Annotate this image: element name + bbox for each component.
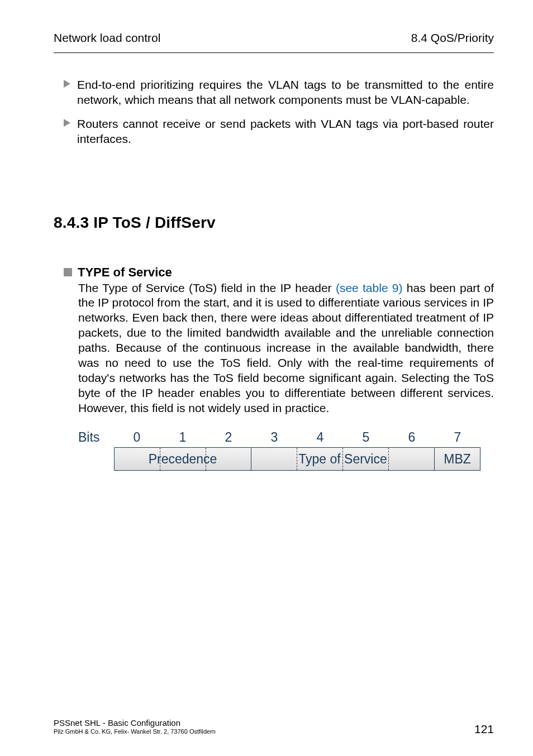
svg-marker-0 [64, 80, 70, 88]
field-precedence: Precedence [114, 447, 251, 471]
triangle-icon [64, 119, 77, 127]
svg-marker-1 [64, 119, 70, 127]
footer-sub: Pilz GmbH & Co. KG, Felix- Wankel Str. 2… [54, 728, 216, 736]
paragraph-start: The Type of Service (ToS) field in the I… [78, 281, 336, 294]
bit-index: 7 [435, 430, 480, 445]
table-reference-link[interactable]: (see table 9) [336, 281, 403, 294]
bit-index: 1 [160, 430, 206, 445]
page-number: 121 [474, 722, 494, 736]
header-left: Network load control [54, 31, 160, 45]
bit-index: 5 [343, 430, 389, 445]
header-right: 8.4 QoS/Priority [411, 31, 494, 45]
bullet-text: Routers cannot receive or send packets w… [77, 117, 494, 147]
subsection-paragraph: The Type of Service (ToS) field in the I… [78, 281, 494, 416]
footer-title: PSSnet SHL - Basic Configuration [54, 718, 216, 729]
bullet-item: End-to-end prioritizing requires the VLA… [64, 78, 494, 108]
field-mbz: MBZ [435, 447, 480, 471]
bit-index: 0 [114, 430, 160, 445]
triangle-icon [64, 80, 77, 88]
bit-index: 2 [206, 430, 251, 445]
bit-index: 3 [251, 430, 297, 445]
bit-index: 4 [297, 430, 343, 445]
field-precedence-label: Precedence [149, 452, 217, 467]
paragraph-rest: has been part of the IP protocol from th… [78, 281, 494, 414]
field-type-of-service: Type of Service [251, 447, 435, 471]
tos-byte-diagram: Bits 0 1 2 3 4 5 6 7 Precedence [78, 430, 494, 471]
field-mbz-label: MBZ [444, 452, 471, 467]
bullet-text: End-to-end prioritizing requires the VLA… [77, 78, 494, 108]
header-rule [54, 52, 494, 53]
bullet-item: Routers cannot receive or send packets w… [64, 117, 494, 147]
bit-index: 6 [389, 430, 435, 445]
footer-left: PSSnet SHL - Basic Configuration Pilz Gm… [54, 718, 216, 736]
square-icon [64, 268, 72, 276]
bits-label: Bits [78, 430, 114, 445]
subsection-title: TYPE of Service [78, 265, 172, 280]
section-heading: 8.4.3 IP ToS / DiffServ [54, 214, 494, 232]
